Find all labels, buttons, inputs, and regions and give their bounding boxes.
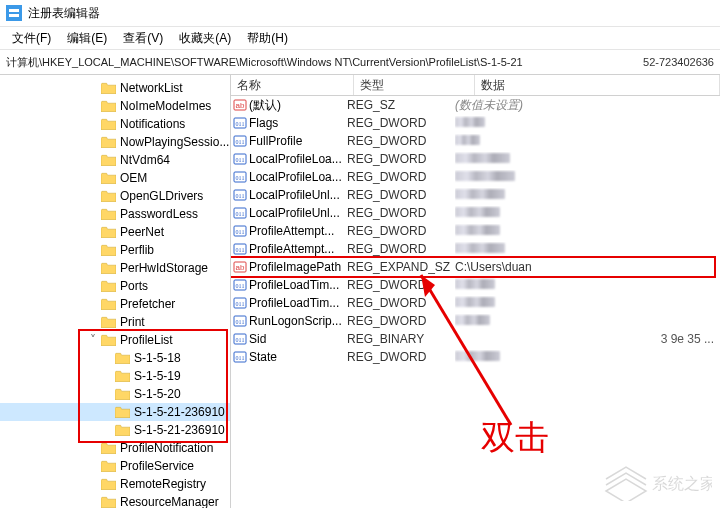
- menu-favorites[interactable]: 收藏夹(A): [171, 28, 239, 49]
- menu-help[interactable]: 帮助(H): [239, 28, 296, 49]
- value-row[interactable]: 011ProfileAttempt...REG_DWORD: [231, 222, 720, 240]
- folder-icon: [100, 477, 116, 491]
- tree-label: NetworkList: [120, 81, 183, 95]
- tree-label: Ports: [120, 279, 148, 293]
- value-row[interactable]: 011RunLogonScrip...REG_DWORD: [231, 312, 720, 330]
- value-type: REG_DWORD: [347, 206, 455, 220]
- value-data-blurred: [455, 351, 500, 361]
- col-name[interactable]: 名称: [231, 75, 354, 95]
- value-row[interactable]: 011LocalProfileLoa...REG_DWORD: [231, 150, 720, 168]
- tree-node[interactable]: PeerNet: [0, 223, 230, 241]
- tree-pane[interactable]: NetworkListNoImeModeImesNotificationsNow…: [0, 75, 231, 508]
- svg-text:011: 011: [236, 157, 245, 163]
- tree-node[interactable]: ProfileService: [0, 457, 230, 475]
- tree-node[interactable]: ˅ProfileList: [0, 331, 230, 349]
- value-row[interactable]: 011StateREG_DWORD: [231, 348, 720, 366]
- tree-node[interactable]: S-1-5-21-236910: [0, 403, 230, 421]
- value-data: (数值未设置): [455, 98, 523, 112]
- tree-label: ProfileList: [120, 333, 173, 347]
- tree-node[interactable]: ProfileNotification: [0, 439, 230, 457]
- string-icon: ab: [231, 98, 249, 112]
- value-type: REG_DWORD: [347, 350, 455, 364]
- value-type: REG_DWORD: [347, 188, 455, 202]
- tree-node[interactable]: S-1-5-20: [0, 385, 230, 403]
- tree-node[interactable]: Perflib: [0, 241, 230, 259]
- tree-node[interactable]: Print: [0, 313, 230, 331]
- tree-label: RemoteRegistry: [120, 477, 206, 491]
- value-name: LocalProfileLoa...: [249, 152, 347, 166]
- folder-icon: [100, 189, 116, 203]
- column-headers: 名称 类型 数据: [231, 75, 720, 96]
- tree-node[interactable]: NtVdm64: [0, 151, 230, 169]
- tree-node[interactable]: PasswordLess: [0, 205, 230, 223]
- value-row[interactable]: 011SidREG_BINARY3 9e 35 ...: [231, 330, 720, 348]
- address-bar[interactable]: 计算机\HKEY_LOCAL_MACHINE\SOFTWARE\Microsof…: [0, 50, 720, 75]
- menu-view[interactable]: 查看(V): [115, 28, 171, 49]
- tree-label: NowPlayingSessio...: [120, 135, 229, 149]
- svg-text:011: 011: [236, 211, 245, 217]
- value-row[interactable]: 011ProfileAttempt...REG_DWORD: [231, 240, 720, 258]
- svg-text:ab: ab: [236, 263, 245, 272]
- tree-label: NoImeModeImes: [120, 99, 211, 113]
- tree-node[interactable]: OEM: [0, 169, 230, 187]
- tree-node[interactable]: OpenGLDrivers: [0, 187, 230, 205]
- value-row[interactable]: 011ProfileLoadTim...REG_DWORD: [231, 294, 720, 312]
- binary-icon: 011: [231, 152, 249, 166]
- tree-node[interactable]: S-1-5-18: [0, 349, 230, 367]
- value-name: Sid: [249, 332, 347, 346]
- tree-node[interactable]: S-1-5-21-236910: [0, 421, 230, 439]
- folder-icon: [100, 135, 116, 149]
- expand-toggle[interactable]: ˅: [86, 334, 100, 346]
- tree-label: S-1-5-18: [134, 351, 181, 365]
- value-row[interactable]: 011FlagsREG_DWORD: [231, 114, 720, 132]
- folder-icon: [100, 225, 116, 239]
- value-row[interactable]: 011LocalProfileLoa...REG_DWORD: [231, 168, 720, 186]
- value-data: C:\Users\duan: [455, 260, 532, 274]
- svg-rect-2: [9, 14, 19, 17]
- value-row[interactable]: abProfileImagePathREG_EXPAND_SZC:\Users\…: [231, 258, 720, 276]
- tree-node[interactable]: RemoteRegistry: [0, 475, 230, 493]
- watermark: 系统之家: [602, 461, 712, 504]
- value-data-blurred: [455, 117, 485, 127]
- value-data-blurred: [455, 171, 515, 181]
- folder-icon: [100, 81, 116, 95]
- tree-node[interactable]: Prefetcher: [0, 295, 230, 313]
- value-name: FullProfile: [249, 134, 347, 148]
- value-row[interactable]: 011LocalProfileUnl...REG_DWORD: [231, 186, 720, 204]
- menu-file[interactable]: 文件(F): [4, 28, 59, 49]
- value-row[interactable]: 011LocalProfileUnl...REG_DWORD: [231, 204, 720, 222]
- value-type: REG_DWORD: [347, 116, 455, 130]
- tree-node[interactable]: ResourceManager: [0, 493, 230, 508]
- svg-text:011: 011: [236, 193, 245, 199]
- values-pane[interactable]: 名称 类型 数据 ab(默认)REG_SZ(数值未设置)011FlagsREG_…: [231, 75, 720, 508]
- svg-text:011: 011: [236, 283, 245, 289]
- tree-node[interactable]: PerHwIdStorage: [0, 259, 230, 277]
- folder-icon: [100, 99, 116, 113]
- value-row[interactable]: 011FullProfileREG_DWORD: [231, 132, 720, 150]
- folder-icon: [100, 243, 116, 257]
- tree-node[interactable]: Notifications: [0, 115, 230, 133]
- annotation-text: 双击: [481, 415, 549, 461]
- value-type: REG_SZ: [347, 98, 455, 112]
- menu-edit[interactable]: 编辑(E): [59, 28, 115, 49]
- value-name: LocalProfileLoa...: [249, 170, 347, 184]
- tree-node[interactable]: NetworkList: [0, 79, 230, 97]
- value-name: LocalProfileUnl...: [249, 188, 347, 202]
- value-type: REG_DWORD: [347, 278, 455, 292]
- tree-label: Prefetcher: [120, 297, 175, 311]
- tree-node[interactable]: NowPlayingSessio...: [0, 133, 230, 151]
- folder-icon: [114, 387, 130, 401]
- value-row[interactable]: 011ProfileLoadTim...REG_DWORD: [231, 276, 720, 294]
- value-type: REG_DWORD: [347, 170, 455, 184]
- tree-node[interactable]: S-1-5-19: [0, 367, 230, 385]
- value-type: REG_DWORD: [347, 296, 455, 310]
- col-data[interactable]: 数据: [475, 75, 720, 95]
- col-type[interactable]: 类型: [354, 75, 475, 95]
- folder-icon: [100, 495, 116, 508]
- value-type: REG_DWORD: [347, 314, 455, 328]
- value-row[interactable]: ab(默认)REG_SZ(数值未设置): [231, 96, 720, 114]
- tree-node[interactable]: Ports: [0, 277, 230, 295]
- tree-node[interactable]: NoImeModeImes: [0, 97, 230, 115]
- svg-text:ab: ab: [236, 101, 245, 110]
- value-type: REG_EXPAND_SZ: [347, 260, 455, 274]
